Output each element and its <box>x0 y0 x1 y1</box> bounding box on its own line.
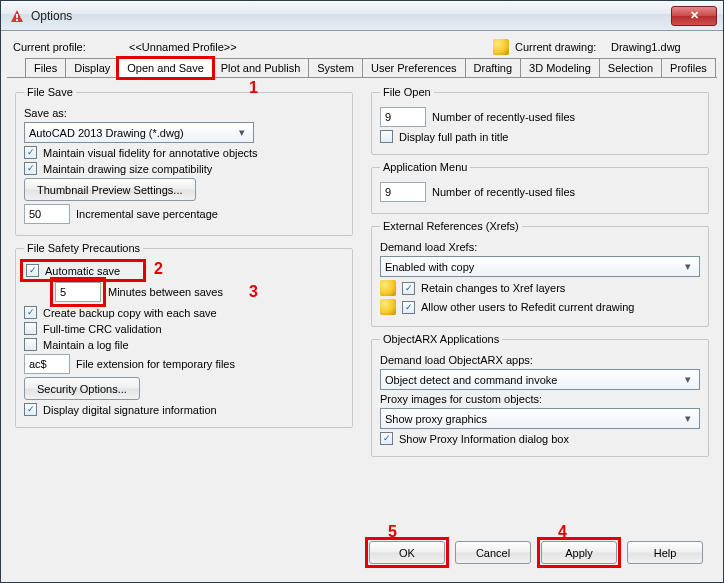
xref-retain-checkbox[interactable] <box>402 282 415 295</box>
proxy-dialog-label: Show Proxy Information dialog box <box>399 433 569 445</box>
file-save-legend: File Save <box>24 86 76 98</box>
arx-legend: ObjectARX Applications <box>380 333 502 345</box>
xref-retain-label: Retain changes to Xref layers <box>421 282 565 294</box>
crc-label: Full-time CRC validation <box>43 323 162 335</box>
minutes-input[interactable] <box>55 282 101 302</box>
cancel-button[interactable]: Cancel <box>455 541 531 564</box>
temp-ext-input[interactable] <box>24 354 70 374</box>
auto-save-checkbox[interactable] <box>26 264 39 277</box>
dsig-checkbox[interactable] <box>24 403 37 416</box>
arx-demand-label: Demand load ObjectARX apps: <box>380 354 533 366</box>
xref-demand-value: Enabled with copy <box>385 261 474 273</box>
close-button[interactable]: ✕ <box>671 6 717 26</box>
chevron-down-icon: ▾ <box>680 259 695 274</box>
full-path-label: Display full path in title <box>399 131 508 143</box>
app-recent-label: Number of recently-used files <box>432 186 575 198</box>
thumbnail-settings-button[interactable]: Thumbnail Preview Settings... <box>24 178 196 201</box>
tab-system[interactable]: System <box>308 58 363 77</box>
xrefs-group: External References (Xrefs) Demand load … <box>371 220 709 327</box>
chevron-down-icon: ▾ <box>680 411 695 426</box>
annotation-3: 3 <box>249 283 258 301</box>
save-as-dropdown[interactable]: AutoCAD 2013 Drawing (*.dwg) ▾ <box>24 122 254 143</box>
incremental-save-input[interactable] <box>24 204 70 224</box>
full-path-checkbox[interactable] <box>380 130 393 143</box>
arx-demand-dropdown[interactable]: Object detect and command invoke ▾ <box>380 369 700 390</box>
footer: 5 4 OK Cancel Apply Help <box>7 531 717 576</box>
window-title: Options <box>31 9 671 23</box>
arx-demand-value: Object detect and command invoke <box>385 374 557 386</box>
tab-strip: Files Display Open and Save Plot and Pub… <box>7 57 717 78</box>
close-icon: ✕ <box>690 9 699 22</box>
xref-retain-icon <box>380 280 396 296</box>
visual-fidelity-checkbox[interactable] <box>24 146 37 159</box>
security-options-button[interactable]: Security Options... <box>24 377 140 400</box>
drawing-icon <box>493 39 509 55</box>
tab-profiles[interactable]: Profiles <box>661 58 716 77</box>
file-safety-legend: File Safety Precautions <box>24 242 143 254</box>
options-dialog: Options ✕ Current profile: <<Unnamed Pro… <box>0 0 724 583</box>
annotation-5: 5 <box>388 523 397 541</box>
file-save-group: File Save Save as: AutoCAD 2013 Drawing … <box>15 86 353 236</box>
svg-rect-1 <box>16 14 18 18</box>
save-as-value: AutoCAD 2013 Drawing (*.dwg) <box>29 127 184 139</box>
logfile-checkbox[interactable] <box>24 338 37 351</box>
recent-files-label: Number of recently-used files <box>432 111 575 123</box>
annotation-4: 4 <box>558 523 567 541</box>
tab-user-prefs[interactable]: User Preferences <box>362 58 466 77</box>
tab-drafting[interactable]: Drafting <box>465 58 522 77</box>
xref-demand-dropdown[interactable]: Enabled with copy ▾ <box>380 256 700 277</box>
chevron-down-icon: ▾ <box>680 372 695 387</box>
titlebar: Options ✕ <box>1 1 723 31</box>
current-profile-label: Current profile: <box>13 41 123 53</box>
file-open-group: File Open Number of recently-used files … <box>371 86 709 155</box>
current-profile-value: <<Unnamed Profile>> <box>129 41 487 53</box>
incremental-save-label: Incremental save percentage <box>76 208 218 220</box>
tab-selection[interactable]: Selection <box>599 58 662 77</box>
arx-group: ObjectARX Applications Demand load Objec… <box>371 333 709 457</box>
file-open-legend: File Open <box>380 86 434 98</box>
app-icon <box>9 8 25 24</box>
left-column: File Save Save as: AutoCAD 2013 Drawing … <box>15 86 353 523</box>
current-drawing-value: Drawing1.dwg <box>611 41 711 53</box>
crc-checkbox[interactable] <box>24 322 37 335</box>
chevron-down-icon: ▾ <box>234 125 249 140</box>
current-drawing-label: Current drawing: <box>515 41 605 53</box>
auto-save-label: Automatic save <box>45 265 120 277</box>
help-button[interactable]: Help <box>627 541 703 564</box>
size-compat-label: Maintain drawing size compatibility <box>43 163 212 175</box>
logfile-label: Maintain a log file <box>43 339 129 351</box>
save-as-label: Save as: <box>24 107 67 119</box>
app-menu-legend: Application Menu <box>380 161 470 173</box>
annotation-1: 1 <box>249 79 258 97</box>
annotation-2: 2 <box>154 260 163 278</box>
ok-button[interactable]: OK <box>369 541 445 564</box>
temp-ext-label: File extension for temporary files <box>76 358 235 370</box>
visual-fidelity-label: Maintain visual fidelity for annotative … <box>43 147 258 159</box>
minutes-label: Minutes between saves <box>108 286 223 298</box>
xref-refedit-label: Allow other users to Refedit current dra… <box>421 301 634 313</box>
proxy-images-label: Proxy images for custom objects: <box>380 393 542 405</box>
size-compat-checkbox[interactable] <box>24 162 37 175</box>
xref-refedit-icon <box>380 299 396 315</box>
profile-row: Current profile: <<Unnamed Profile>> Cur… <box>7 35 717 57</box>
dsig-label: Display digital signature information <box>43 404 217 416</box>
open-and-save-panel: File Save Save as: AutoCAD 2013 Drawing … <box>7 78 717 531</box>
xref-demand-label: Demand load Xrefs: <box>380 241 477 253</box>
tab-3d-modeling[interactable]: 3D Modeling <box>520 58 600 77</box>
backup-label: Create backup copy with each save <box>43 307 217 319</box>
tab-files[interactable]: Files <box>25 58 66 77</box>
tab-plot[interactable]: Plot and Publish <box>212 58 310 77</box>
app-recent-input[interactable] <box>380 182 426 202</box>
apply-button[interactable]: Apply <box>541 541 617 564</box>
tab-open-and-save[interactable]: Open and Save <box>118 58 212 78</box>
xrefs-legend: External References (Xrefs) <box>380 220 522 232</box>
xref-refedit-checkbox[interactable] <box>402 301 415 314</box>
file-safety-group: File Safety Precautions Automatic save 2… <box>15 242 353 428</box>
tab-display[interactable]: Display <box>65 58 119 77</box>
backup-checkbox[interactable] <box>24 306 37 319</box>
proxy-images-value: Show proxy graphics <box>385 413 487 425</box>
proxy-images-dropdown[interactable]: Show proxy graphics ▾ <box>380 408 700 429</box>
proxy-dialog-checkbox[interactable] <box>380 432 393 445</box>
recent-files-input[interactable] <box>380 107 426 127</box>
right-column: File Open Number of recently-used files … <box>371 86 709 523</box>
